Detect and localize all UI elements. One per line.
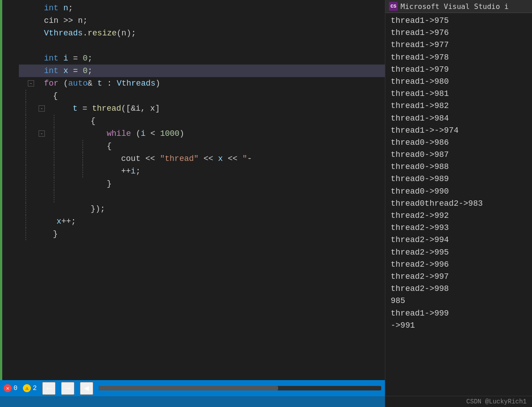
output-item: thread2->993: [385, 222, 532, 234]
output-panel: CS Microsoft Visual Studio i thread1->97…: [385, 0, 532, 407]
content-area: int n; cin >> n; Vthreads.resize(n);: [0, 0, 532, 407]
code-line: cin >> n;: [19, 14, 385, 27]
indent-guide: [26, 178, 26, 190]
indent-guide: [26, 203, 26, 215]
indent-guide: [26, 165, 26, 178]
nav-back-button[interactable]: ←: [42, 382, 56, 395]
code-line: - t = thread([&i, x]: [19, 102, 385, 115]
indent-guide: [26, 115, 26, 127]
output-item: thread1->979: [385, 64, 532, 76]
status-bar: ✕ 0 ⚠ 2 ← → ◄: [0, 380, 385, 396]
code-text: Vthreads.resize(n);: [44, 29, 136, 38]
code-text: {: [53, 91, 58, 100]
indent-guide: [54, 115, 54, 127]
output-item: thread1->980: [385, 76, 532, 88]
indent-guide: [83, 140, 83, 152]
error-icon: ✕: [4, 384, 12, 392]
indent-guide: [26, 228, 26, 240]
code-text: for (auto& t : Vthreads): [22, 79, 160, 88]
code-text: int n;: [44, 4, 73, 13]
code-line: [19, 190, 385, 203]
error-status: ✕ 0: [4, 384, 17, 392]
indent-guide: [26, 152, 26, 165]
output-item: thread0thread2->983: [385, 198, 532, 210]
code-content: int n; cin >> n; Vthreads.resize(n);: [0, 0, 385, 380]
output-item: thread1->999: [385, 307, 532, 320]
code-line: int i = 0;: [19, 52, 385, 65]
output-item: thread1->982: [385, 100, 532, 112]
warning-icon: ⚠: [23, 384, 31, 392]
code-text: }: [22, 179, 112, 188]
output-item: thread1->->974: [385, 125, 532, 137]
indent-guide: [54, 152, 54, 165]
indent-guide: [26, 140, 26, 152]
code-text: cin >> n;: [44, 16, 87, 25]
code-text: ++i;: [22, 167, 140, 176]
code-line: }: [19, 178, 385, 190]
code-text: while (i < 1000): [22, 129, 184, 138]
code-line: }: [19, 228, 385, 240]
output-item: thread0->986: [385, 137, 532, 149]
output-item: thread0->988: [385, 161, 532, 173]
code-panel: int n; cin >> n; Vthreads.resize(n);: [0, 0, 385, 407]
code-line: - while (i < 1000): [19, 127, 385, 140]
output-item: thread2->992: [385, 210, 532, 222]
code-line: ++i;: [19, 165, 385, 178]
collapse-button[interactable]: -: [28, 80, 34, 87]
output-item: thread1->984: [385, 113, 532, 125]
credit-text: CSDN @LuckyRich1: [467, 398, 527, 405]
output-item: thread1->977: [385, 39, 532, 51]
output-item: thread1->978: [385, 52, 532, 64]
indent-guide: [83, 152, 83, 165]
indent-guide: [26, 215, 26, 228]
output-item: thread1->975: [385, 15, 532, 27]
output-item: thread0->989: [385, 173, 532, 185]
output-item: thread2->998: [385, 283, 532, 295]
warning-status: ⚠ 2: [23, 384, 37, 392]
output-item: thread1->976: [385, 27, 532, 39]
code-text: int x = 0;: [44, 66, 92, 75]
code-line: {: [19, 140, 385, 152]
error-count: 0: [13, 385, 17, 392]
scroll-left-button[interactable]: ◄: [80, 382, 93, 395]
code-lines: int n; cin >> n; Vthreads.resize(n);: [19, 0, 385, 380]
code-line: - for (auto& t : Vthreads): [19, 77, 385, 90]
code-line: [19, 39, 385, 52]
indent-guide: [54, 140, 54, 152]
output-title-bar: CS Microsoft Visual Studio i: [385, 0, 532, 13]
code-line: {: [19, 115, 385, 127]
output-item: thread2->994: [385, 234, 532, 246]
indent-guide: [54, 178, 54, 190]
output-item: thread2->997: [385, 271, 532, 283]
output-item: thread2->995: [385, 247, 532, 259]
indent-guide: [26, 102, 26, 115]
scrollbar-thumb: [99, 386, 278, 390]
output-item: thread0->990: [385, 186, 532, 198]
footer-credit: CSDN @LuckyRich1: [385, 396, 532, 407]
nav-forward-button[interactable]: →: [61, 382, 74, 395]
collapse-button[interactable]: -: [39, 105, 45, 112]
horizontal-scrollbar[interactable]: [99, 386, 381, 390]
code-text: cout << "thread" << x << "-: [22, 154, 252, 163]
sidebar-indicator: [0, 0, 2, 380]
code-line: {: [19, 90, 385, 102]
output-list[interactable]: thread1->975 thread1->976 thread1->977 t…: [385, 13, 532, 396]
code-line: Vthreads.resize(n);: [19, 27, 385, 39]
indent-guide: [83, 165, 83, 178]
main-container: int n; cin >> n; Vthreads.resize(n);: [0, 0, 532, 407]
code-text: [44, 41, 49, 50]
indent-guide: [26, 190, 26, 203]
collapse-button[interactable]: -: [39, 130, 45, 137]
code-line: x++;: [19, 215, 385, 228]
code-text: }: [53, 229, 58, 238]
vs-logo-icon: CS: [389, 2, 398, 11]
output-item: thread1->981: [385, 88, 532, 100]
indent-guide: [26, 127, 26, 140]
code-text: {: [22, 142, 112, 151]
indent-guide: [54, 127, 54, 140]
code-line: int n;: [19, 2, 385, 14]
output-item: thread0->987: [385, 149, 532, 161]
code-line: cout << "thread" << x << "-: [19, 152, 385, 165]
bottom-blue-strip: [0, 396, 385, 407]
code-text: int i = 0;: [44, 54, 92, 63]
